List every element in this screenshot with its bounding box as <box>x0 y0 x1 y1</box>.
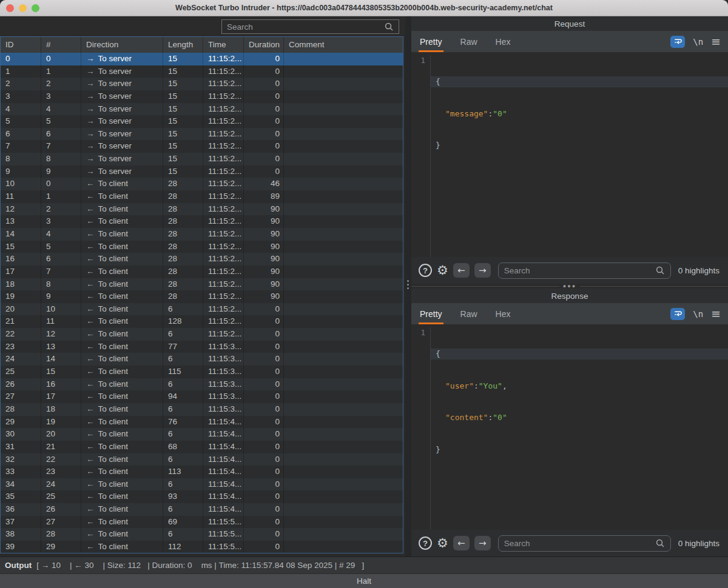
table-row[interactable]: 15 5 ←To client 28 11:15:2... 90 <box>1 241 403 253</box>
cell-duration: 0 <box>244 353 284 366</box>
response-find-box[interactable] <box>498 535 671 552</box>
cell-comment <box>284 303 403 316</box>
response-tab-raw[interactable]: Raw <box>459 303 479 324</box>
gear-icon[interactable]: ⚙ <box>437 264 448 277</box>
request-tab-pretty[interactable]: Pretty <box>419 31 443 52</box>
word-wrap-icon[interactable] <box>670 36 685 48</box>
table-row[interactable]: 25 15 ←To client 115 11:15:3... 0 <box>1 366 403 378</box>
table-row[interactable]: 34 24 ←To client 6 11:15:4... 0 <box>1 478 403 491</box>
table-row[interactable]: 19 9 ←To client 28 11:15:2... 90 <box>1 290 403 303</box>
table-row[interactable]: 27 17 ←To client 94 11:15:3... 0 <box>1 390 403 403</box>
table-row[interactable]: 13 3 ←To client 28 11:15:2... 90 <box>1 215 403 228</box>
cell-length: 28 <box>163 203 203 216</box>
column-header-num[interactable]: # <box>41 37 81 53</box>
halt-button[interactable]: Halt <box>0 573 728 588</box>
response-find-input[interactable] <box>504 539 655 548</box>
direction-label: To client <box>98 492 129 501</box>
table-search-box[interactable] <box>221 19 399 34</box>
table-row[interactable]: 37 27 ←To client 69 11:15:5... 0 <box>1 516 403 529</box>
table-row[interactable]: 17 7 ←To client 28 11:15:2... 90 <box>1 266 403 278</box>
table-row[interactable]: 0 0 →To server 15 11:15:2... 0 <box>1 53 403 65</box>
editor-menu-icon[interactable]: ≡ <box>711 308 721 319</box>
cell-num: 10 <box>41 303 81 316</box>
editor-menu-icon[interactable]: ≡ <box>711 36 721 47</box>
table-row[interactable]: 1 1 →To server 15 11:15:2... 0 <box>1 65 403 78</box>
table-row[interactable]: 35 25 ←To client 93 11:15:4... 0 <box>1 490 403 503</box>
newline-toggle-icon[interactable]: \n <box>693 309 703 319</box>
column-header-length[interactable]: Length <box>163 37 203 53</box>
table-row[interactable]: 4 4 →To server 15 11:15:2... 0 <box>1 103 403 116</box>
table-row[interactable]: 24 14 ←To client 6 11:15:3... 0 <box>1 353 403 366</box>
table-row[interactable]: 30 20 ←To client 6 11:15:4... 0 <box>1 428 403 441</box>
newline-toggle-icon[interactable]: \n <box>693 37 703 47</box>
table-row[interactable]: 31 21 ←To client 68 11:15:4... 0 <box>1 441 403 453</box>
response-editor[interactable]: 1 { "user":"You", "content":"0" } <box>411 324 728 530</box>
request-tab-raw[interactable]: Raw <box>459 31 479 52</box>
column-header-duration[interactable]: Duration <box>244 37 284 53</box>
cell-comment <box>284 65 403 78</box>
next-match-button[interactable]: → <box>474 536 491 550</box>
cell-id: 5 <box>1 115 41 128</box>
table-row[interactable]: 36 26 ←To client 6 11:15:4... 0 <box>1 503 403 516</box>
column-header-direction[interactable]: Direction <box>81 37 163 53</box>
table-row[interactable]: 5 5 →To server 15 11:15:2... 0 <box>1 115 403 128</box>
table-row[interactable]: 12 2 ←To client 28 11:15:2... 90 <box>1 203 403 216</box>
cell-direction: →To server <box>81 140 163 153</box>
request-tab-bar: Pretty Raw Hex \n ≡ <box>411 31 728 52</box>
previous-match-button[interactable]: ← <box>453 536 470 550</box>
cell-direction: ←To client <box>81 241 163 253</box>
gear-icon[interactable]: ⚙ <box>437 537 448 550</box>
table-row[interactable]: 23 13 ←To client 77 11:15:3... 0 <box>1 341 403 353</box>
request-tab-hex[interactable]: Hex <box>494 31 512 52</box>
table-row[interactable]: 21 11 ←To client 128 11:15:2... 0 <box>1 315 403 328</box>
zoom-window-icon[interactable] <box>32 4 39 12</box>
table-row[interactable]: 3 3 →To server 15 11:15:2... 0 <box>1 90 403 103</box>
close-window-icon[interactable] <box>6 4 14 12</box>
table-row[interactable]: 16 6 ←To client 28 11:15:2... 90 <box>1 253 403 266</box>
column-header-id[interactable]: ID <box>1 37 41 53</box>
next-match-button[interactable]: → <box>474 263 491 278</box>
table-row[interactable]: 22 12 ←To client 6 11:15:2... 0 <box>1 328 403 341</box>
request-find-input[interactable] <box>504 266 655 275</box>
table-row[interactable]: 38 28 ←To client 6 11:15:5... 0 <box>1 528 403 541</box>
request-editor[interactable]: 1 { "message":"0" } <box>411 52 728 257</box>
cell-id: 6 <box>1 128 41 141</box>
table-row[interactable]: 7 7 →To server 15 11:15:2... 0 <box>1 140 403 153</box>
column-header-time[interactable]: Time <box>203 37 244 53</box>
response-tab-hex[interactable]: Hex <box>494 303 512 324</box>
word-wrap-icon[interactable] <box>670 308 685 320</box>
editors-pane: Request Pretty Raw Hex \n ≡ <box>411 16 728 556</box>
table-row[interactable]: 11 1 ←To client 28 11:15:2... 89 <box>1 190 403 203</box>
table-row[interactable]: 6 6 →To server 15 11:15:2... 0 <box>1 128 403 141</box>
table-row[interactable]: 2 2 →To server 15 11:15:2... 0 <box>1 78 403 90</box>
table-row[interactable]: 10 0 ←To client 28 11:15:2... 46 <box>1 178 403 190</box>
table-row[interactable]: 26 16 ←To client 6 11:15:3... 0 <box>1 378 403 391</box>
table-row[interactable]: 20 10 ←To client 6 11:15:2... 0 <box>1 303 403 316</box>
vertical-splitter[interactable] <box>405 16 411 556</box>
horizontal-splitter[interactable]: ●●● <box>411 284 728 289</box>
table-row[interactable]: 9 9 →To server 15 11:15:2... 0 <box>1 165 403 178</box>
cell-id: 13 <box>1 215 41 228</box>
request-find-box[interactable] <box>498 262 671 279</box>
table-row[interactable]: 14 4 ←To client 28 11:15:2... 90 <box>1 228 403 241</box>
table-row[interactable]: 28 18 ←To client 6 11:15:3... 0 <box>1 403 403 416</box>
table-row[interactable]: 39 29 ←To client 112 11:15:5... 0 <box>1 541 403 553</box>
cell-time: 11:15:2... <box>203 315 244 328</box>
minimize-window-icon[interactable] <box>19 4 27 12</box>
table-search-input[interactable] <box>227 22 384 32</box>
table-row[interactable]: 33 23 ←To client 113 11:15:4... 0 <box>1 466 403 478</box>
help-icon[interactable]: ? <box>419 264 432 277</box>
cell-num: 5 <box>41 241 81 253</box>
cell-id: 34 <box>1 478 41 491</box>
previous-match-button[interactable]: ← <box>453 263 470 278</box>
table-row[interactable]: 18 8 ←To client 28 11:15:2... 90 <box>1 278 403 291</box>
column-header-comment[interactable]: Comment <box>284 37 403 53</box>
response-tab-pretty[interactable]: Pretty <box>419 303 443 324</box>
help-icon[interactable]: ? <box>419 536 432 550</box>
table-row[interactable]: 8 8 →To server 15 11:15:2... 0 <box>1 153 403 165</box>
titlebar: WebSocket Turbo Intruder - https://0adc0… <box>0 0 728 16</box>
table-row[interactable]: 32 22 ←To client 6 11:15:4... 0 <box>1 453 403 466</box>
cell-time: 11:15:3... <box>203 341 244 353</box>
table-row[interactable]: 29 19 ←To client 76 11:15:4... 0 <box>1 416 403 429</box>
cell-length: 6 <box>163 478 203 491</box>
